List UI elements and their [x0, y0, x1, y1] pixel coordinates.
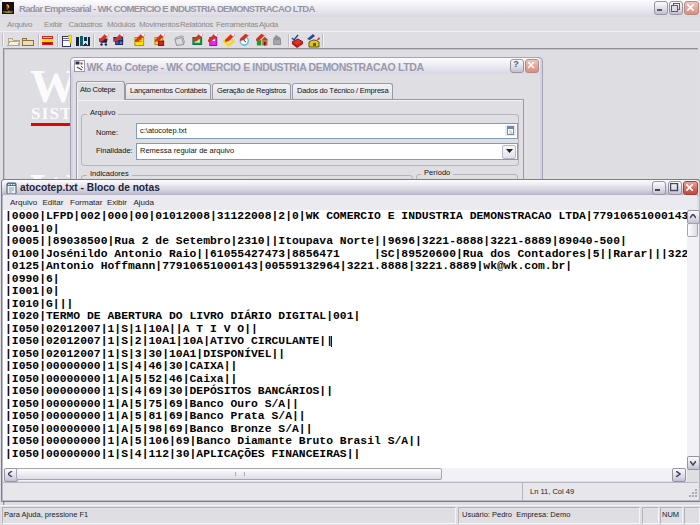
svg-text:radar: radar — [3, 9, 13, 14]
